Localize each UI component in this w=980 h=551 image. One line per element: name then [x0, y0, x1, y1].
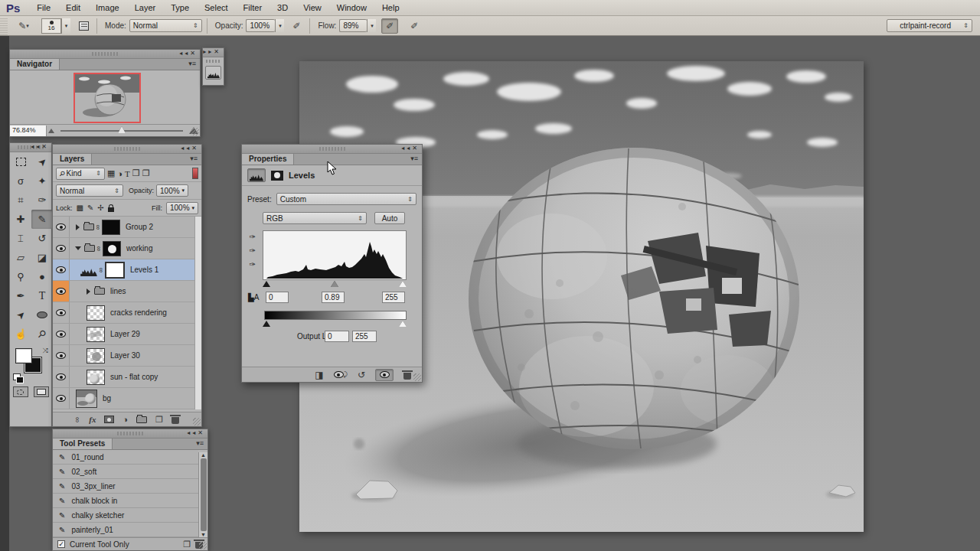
tool-quick-selection[interactable]: ✦ — [31, 171, 53, 191]
delete-layer-icon[interactable] — [172, 417, 179, 424]
navigator-zoom-field[interactable]: 76.84% — [10, 126, 47, 136]
tool-presets-header[interactable]: ◂◂✕ — [53, 429, 207, 439]
reset-adjustment-icon[interactable]: ↺ — [358, 370, 365, 380]
tab-tool-presets[interactable]: Tool Presets — [53, 439, 113, 449]
black-output-slider[interactable] — [263, 321, 270, 327]
preset-chalk-block-in[interactable]: ✎chalk block in — [53, 494, 198, 508]
collapse-panel-icon[interactable]: ◂◂ — [187, 429, 198, 436]
collapse-panel-icon[interactable]: ◂◂ — [181, 145, 191, 152]
tool-preset-picker[interactable]: ✎ ▾ — [11, 18, 37, 34]
menu-filter[interactable]: Filter — [236, 3, 270, 12]
navigator-zoom-slider[interactable] — [60, 130, 183, 132]
tool-type[interactable]: T — [31, 286, 53, 305]
layer-fill-select[interactable]: 100%▾ — [166, 202, 198, 214]
gamma-input-slider[interactable] — [331, 281, 338, 287]
layer-row-levels1-selected[interactable]: ∞ Levels 1 — [53, 259, 201, 281]
toggle-visibility-button[interactable] — [375, 369, 394, 381]
expand-icon[interactable] — [87, 289, 90, 295]
close-panel-icon[interactable]: ✕ — [41, 143, 49, 150]
tool-pen[interactable]: ✒ — [10, 286, 31, 305]
opacity-select[interactable]: 100% ▾ — [246, 19, 284, 32]
blend-mode-select[interactable]: Normal⇕ — [56, 184, 123, 197]
layer-mask-thumbnail-selected[interactable] — [105, 262, 125, 279]
zoom-out-icon[interactable] — [48, 129, 54, 133]
scrollbar-thumb[interactable] — [201, 458, 207, 531]
layer-row-layer30[interactable]: Layer 30 — [53, 345, 201, 367]
lock-paint-icon[interactable]: ✎ — [87, 204, 93, 212]
tool-hand[interactable]: ☝ — [10, 324, 31, 344]
add-mask-icon[interactable] — [104, 416, 114, 423]
visibility-toggle[interactable] — [53, 238, 70, 259]
workspace-select[interactable]: ctrlpaint-record ⇕ — [887, 19, 972, 32]
panel-menu-icon[interactable]: ▾≡ — [192, 439, 207, 449]
close-panel-icon[interactable]: ✕ — [198, 429, 205, 436]
navigator-proxy-view[interactable] — [74, 73, 141, 123]
gray-point-eyedropper-icon[interactable]: ✑ — [247, 246, 259, 256]
toggle-brush-panel-button[interactable] — [75, 18, 92, 34]
layer-thumbnail[interactable] — [87, 305, 105, 321]
menu-select[interactable]: Select — [197, 3, 236, 12]
scroll-down-icon[interactable]: ▼ — [201, 532, 206, 537]
layer-style-icon[interactable]: fx — [89, 415, 96, 424]
menu-view[interactable]: View — [296, 3, 329, 12]
menu-layer[interactable]: Layer — [127, 3, 164, 12]
close-panel-icon[interactable]: ✕ — [191, 145, 199, 152]
close-panel-icon[interactable]: ✕ — [190, 50, 198, 57]
menu-file[interactable]: File — [29, 3, 58, 12]
layer-filter-select[interactable]: ⚲Kind ⇕ — [56, 168, 105, 180]
view-previous-state-icon[interactable]: ⤸ — [334, 370, 348, 379]
tool-history-brush[interactable]: ↺ — [31, 229, 53, 248]
layer-row-cracks-rendering[interactable]: cracks rendering — [53, 302, 201, 324]
swap-colors-icon[interactable]: ⤨ — [43, 347, 48, 355]
visibility-toggle-highlighted[interactable] — [53, 281, 70, 302]
histogram-panel-button[interactable] — [205, 66, 221, 80]
input-gamma-field[interactable]: 0.89 — [322, 292, 345, 303]
tool-healing-brush[interactable]: ✚ — [10, 210, 31, 229]
white-input-slider[interactable] — [399, 281, 407, 287]
lock-all-icon[interactable] — [108, 207, 114, 212]
output-white-field[interactable]: 255 — [352, 331, 377, 342]
filter-toggle-switch[interactable] — [192, 168, 198, 179]
navigator-header[interactable]: ◂◂✕ — [10, 50, 200, 59]
lock-transparency-icon[interactable]: ▩ — [77, 204, 83, 212]
group-mask-thumbnail[interactable] — [102, 220, 120, 235]
current-tool-only-checkbox[interactable]: ✓ — [57, 540, 65, 548]
brush-size-dropdown-icon[interactable]: ▾ — [61, 18, 70, 34]
visibility-toggle[interactable] — [53, 324, 70, 344]
visibility-toggle[interactable] — [53, 367, 70, 387]
tool-rectangular-marquee[interactable] — [10, 152, 31, 171]
menu-3d[interactable]: 3D — [270, 3, 296, 12]
tab-navigator[interactable]: Navigator — [10, 59, 60, 70]
preset-02-soft[interactable]: ✎02_soft — [53, 465, 198, 479]
collapse-panel-icon[interactable]: ◂◂ — [401, 145, 412, 152]
preset-chalky-sketcher[interactable]: ✎chalky sketcher — [53, 508, 198, 523]
close-panel-icon[interactable]: ✕ — [214, 48, 221, 55]
filter-shape-icon[interactable]: ❒ — [132, 168, 140, 178]
visibility-toggle[interactable] — [53, 259, 70, 280]
layer-row-bg[interactable]: bg — [53, 388, 201, 409]
output-gradient-bar[interactable] — [264, 311, 407, 320]
layers-scrollbar[interactable] — [194, 217, 201, 409]
default-colors-icon[interactable] — [13, 373, 21, 380]
pressure-opacity-button[interactable]: ✐ — [288, 18, 305, 34]
filter-smart-object-icon[interactable]: ❐ — [142, 168, 150, 178]
lock-position-icon[interactable]: ✢ — [97, 204, 103, 212]
visibility-toggle[interactable] — [53, 302, 70, 323]
clip-to-layer-icon[interactable]: ◨ — [315, 370, 323, 380]
resize-grip[interactable] — [413, 373, 421, 381]
group-mask-thumbnail[interactable] — [103, 241, 121, 256]
tool-eyedropper[interactable]: ✑ — [31, 191, 53, 210]
input-slider-track[interactable] — [263, 281, 407, 289]
resize-grip[interactable] — [191, 128, 199, 135]
layer-row-sun-flat-copy[interactable]: sun - flat copy — [53, 367, 201, 388]
screen-mode-button[interactable] — [34, 386, 49, 397]
tab-layers[interactable]: Layers — [53, 154, 92, 165]
input-black-field[interactable]: 0 — [266, 292, 289, 303]
opacity-dropdown-icon[interactable]: ▾ — [275, 19, 284, 32]
brush-preset-picker[interactable]: 16 ▾ — [41, 18, 70, 34]
tool-path-selection[interactable]: ➤ — [10, 305, 31, 324]
layer-opacity-select[interactable]: 100%▾ — [156, 184, 188, 197]
layer-row-lines[interactable]: lines — [53, 281, 201, 302]
input-white-field[interactable]: 255 — [382, 292, 405, 303]
tab-properties[interactable]: Properties — [242, 154, 294, 165]
